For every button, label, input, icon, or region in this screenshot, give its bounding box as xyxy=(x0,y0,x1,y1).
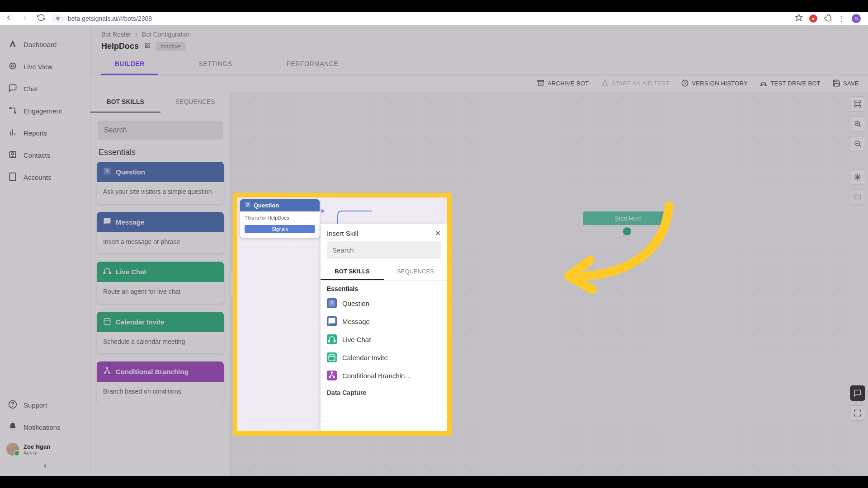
skill-search-input[interactable] xyxy=(98,121,223,140)
breadcrumb: Bot Roster / Bot Configuration xyxy=(90,25,868,40)
recenter-icon[interactable] xyxy=(850,96,865,112)
sidebar-item-accounts[interactable]: Accounts xyxy=(0,166,90,188)
builder-toolbar: ARCHIVE BOT START AN A/B TEST VERSION HI… xyxy=(90,75,868,91)
chat-icon xyxy=(8,84,17,94)
svg-text:?: ? xyxy=(330,300,333,306)
sidebar-label: Contacts xyxy=(24,151,50,159)
skill-card[interactable]: Conditional BranchingBranch based on con… xyxy=(97,361,224,404)
message-icon xyxy=(103,217,111,227)
version-history-button[interactable]: VERSION HISTORY xyxy=(681,79,748,87)
sidebar-item-chat[interactable]: Chat xyxy=(0,78,90,100)
browser-profile-avatar[interactable]: S xyxy=(852,14,861,23)
sidebar-label: Accounts xyxy=(24,174,52,181)
sidebar-label: Engagement xyxy=(24,107,62,115)
tab-performance[interactable]: PERFORMANCE xyxy=(273,55,352,75)
layers-icon[interactable] xyxy=(850,189,865,205)
node-option-button[interactable]: Signals xyxy=(245,225,315,233)
insert-skill-item[interactable]: Conditional Branchin… xyxy=(321,366,447,385)
svg-point-49 xyxy=(331,372,333,373)
tab-settings[interactable]: SETTINGS xyxy=(185,55,246,75)
svg-rect-44 xyxy=(334,340,335,343)
bot-title: HelpDocs xyxy=(101,42,139,51)
tutorial-highlight: ? Question This is for HelpDocs Signals … xyxy=(233,193,452,436)
archive-bot-button[interactable]: ARCHIVE BOT xyxy=(537,79,589,87)
svg-marker-0 xyxy=(796,14,802,21)
fullscreen-icon[interactable] xyxy=(850,405,865,421)
skill-section-title: Essentials xyxy=(90,144,230,162)
svg-text:?: ? xyxy=(106,169,109,174)
test-drive-button[interactable]: TEST DRIVE BOT xyxy=(760,79,821,87)
svg-point-50 xyxy=(329,376,330,378)
insert-skill-item[interactable]: Live Chat xyxy=(321,330,447,348)
zoom-in-icon[interactable] xyxy=(850,116,865,131)
svg-point-51 xyxy=(333,376,335,378)
skill-card[interactable]: Calendar InviteSchedule a calendar meeti… xyxy=(97,312,224,354)
insert-skill-item[interactable]: Message xyxy=(321,312,447,330)
skill-card[interactable]: Live ChatRoute an agent for live chat xyxy=(97,262,224,304)
back-icon[interactable] xyxy=(5,14,13,23)
skill-card[interactable]: ?QuestionAsk your site visitors a simple… xyxy=(97,162,224,204)
skill-panel: BOT SKILLS SEQUENCES Essentials ?Questio… xyxy=(90,92,231,476)
insert-skill-item[interactable]: Calendar Invite xyxy=(321,348,447,366)
menu-dots-icon[interactable]: ⋮ xyxy=(838,14,845,23)
user-role: Admin xyxy=(24,450,50,455)
ab-test-button[interactable]: START AN A/B TEST xyxy=(601,79,670,87)
insert-section-datacapture: Data Capture xyxy=(321,385,447,398)
svg-point-9 xyxy=(12,153,14,155)
sidebar-label: Reports xyxy=(24,129,47,137)
insert-tab-botskills[interactable]: BOT SKILLS xyxy=(321,263,384,280)
headset-icon xyxy=(327,334,337,344)
svg-point-4 xyxy=(14,112,15,113)
sidebar-item-notifications[interactable]: Notifications xyxy=(0,416,90,438)
forward-icon[interactable] xyxy=(21,14,29,23)
star-icon[interactable] xyxy=(795,14,803,23)
insert-tab-sequences[interactable]: SEQUENCES xyxy=(384,263,447,280)
site-info-chip[interactable] xyxy=(52,14,64,23)
sidebar-label: Support xyxy=(24,401,47,409)
chat-widget-icon[interactable] xyxy=(850,385,865,401)
browser-chrome: beta.getsignals.ai/#/bots/2308 ● ⋮ S xyxy=(0,12,868,25)
svg-line-36 xyxy=(859,145,861,147)
save-button[interactable]: SAVE xyxy=(832,79,859,87)
svg-rect-38 xyxy=(855,195,860,199)
sidebar-label: Dashboard xyxy=(24,41,57,48)
skill-card[interactable]: MessageInsert a message or phrase xyxy=(97,212,224,254)
insert-search-input[interactable] xyxy=(327,241,441,259)
canvas-question-node[interactable]: ? Question This is for HelpDocs Signals xyxy=(240,199,320,238)
close-icon[interactable]: ✕ xyxy=(435,229,441,238)
reload-icon[interactable] xyxy=(37,14,45,23)
panel-tab-botskills[interactable]: BOT SKILLS xyxy=(90,92,160,113)
insert-section-essentials: Essentials xyxy=(321,281,447,294)
start-node-port[interactable] xyxy=(623,227,631,235)
sidebar-item-contacts[interactable]: Contacts xyxy=(0,144,90,166)
bar-chart-icon xyxy=(8,128,17,138)
start-node[interactable]: Start Here xyxy=(583,211,665,225)
calendar-icon xyxy=(103,317,111,327)
sidebar-item-support[interactable]: Support xyxy=(0,394,90,416)
svg-rect-43 xyxy=(329,340,330,343)
zoom-out-icon[interactable] xyxy=(850,136,865,151)
extensions-icon[interactable] xyxy=(824,14,832,23)
sidebar-item-dashboard[interactable]: Dashboard xyxy=(0,33,90,56)
pan-icon[interactable] xyxy=(850,169,865,185)
extension-red-icon[interactable]: ● xyxy=(809,14,817,23)
sidebar-item-reports[interactable]: Reports xyxy=(0,122,90,144)
edit-title-icon[interactable] xyxy=(144,42,151,51)
url-text[interactable]: beta.getsignals.ai/#/bots/2308 xyxy=(68,15,152,22)
help-icon xyxy=(8,400,17,410)
building-icon xyxy=(8,172,17,183)
tab-builder[interactable]: BUILDER xyxy=(101,55,158,75)
question-icon: ? xyxy=(103,167,111,177)
svg-point-16 xyxy=(13,406,13,407)
sidebar-collapse[interactable] xyxy=(0,460,90,476)
insert-skill-item[interactable]: ?Question xyxy=(321,294,447,312)
eye-target-icon xyxy=(8,61,17,72)
sidebar-user[interactable]: Zoe Ngan Admin xyxy=(0,438,90,460)
status-badge: Inactive xyxy=(156,42,185,51)
sidebar-item-liveview[interactable]: Live View xyxy=(0,56,90,78)
breadcrumb-root[interactable]: Bot Roster xyxy=(101,31,131,38)
sidebar-item-engagement[interactable]: Engagement xyxy=(0,100,90,122)
sidebar-label: Live View xyxy=(24,63,52,70)
sidebar-label: Notifications xyxy=(24,423,61,431)
panel-tab-sequences[interactable]: SEQUENCES xyxy=(160,92,231,113)
